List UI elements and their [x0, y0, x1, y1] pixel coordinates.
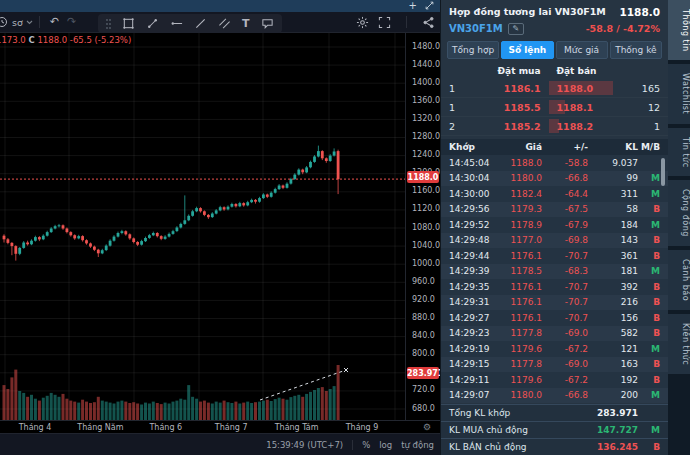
- orderbook-row[interactable]: 11186.11188.0165: [441, 79, 668, 98]
- trade-time: 14:29:27: [449, 313, 505, 323]
- trade-row[interactable]: 14:29:561179.3-67.558B: [441, 202, 668, 218]
- fullscreen-icon[interactable]: [378, 16, 391, 29]
- side-tab-thông-tin[interactable]: Thông tin: [668, 0, 690, 60]
- side-tab-watchlist[interactable]: Watchlist: [668, 64, 690, 123]
- ask-price[interactable]: 1188.2: [557, 121, 594, 132]
- trade-volume: 361: [588, 251, 638, 261]
- trade-change: -64.4: [542, 189, 588, 199]
- scrollbar-thumb[interactable]: [661, 158, 665, 186]
- trades-col-header: +/-: [542, 142, 588, 152]
- drag-handle[interactable]: [106, 19, 111, 29]
- undo-button[interactable]: ↶: [46, 16, 63, 28]
- price-axis-label: 1320.0: [412, 114, 440, 123]
- trade-volume: 192: [588, 375, 638, 385]
- trade-row[interactable]: 14:29:311176.1-70.7216B: [441, 295, 668, 311]
- trade-volume: 121: [588, 344, 638, 354]
- trade-change: -70.7: [542, 251, 588, 261]
- trade-time: 14:30:04: [449, 173, 505, 183]
- bid-qty: 1: [449, 102, 483, 113]
- line-tool-icon[interactable]: [194, 17, 207, 30]
- trade-row[interactable]: 14:29:111179.6-67.2192B: [441, 372, 668, 388]
- month-label: Tháng 6: [149, 423, 182, 432]
- bid-price[interactable]: 1185.5: [483, 102, 549, 113]
- axis-gear-icon[interactable]: ⚙: [423, 422, 431, 432]
- trade-row[interactable]: 14:30:001182.4-64.4311M: [441, 186, 668, 202]
- orderbook-row[interactable]: 21185.21188.21: [441, 117, 668, 136]
- trade-row[interactable]: 14:29:521178.9-67.9184M: [441, 217, 668, 233]
- trade-time: 14:29:35: [449, 282, 505, 292]
- orderbook-row[interactable]: 11185.51188.112: [441, 98, 668, 117]
- trade-row[interactable]: 14:29:071180.0-66.8200M: [441, 388, 668, 404]
- trade-row[interactable]: 14:45:041188.0-58.89.037: [441, 155, 668, 171]
- ask-qty: 12: [614, 102, 660, 113]
- ask-price[interactable]: 1188.1: [557, 102, 594, 113]
- ask-qty: 1: [614, 121, 660, 132]
- trade-row[interactable]: 14:30:041180.0-66.899M: [441, 171, 668, 187]
- log-scale-button[interactable]: log: [379, 440, 392, 450]
- trade-volume: 156: [588, 313, 638, 323]
- auto-scale-button[interactable]: tự động: [401, 440, 434, 450]
- trade-time: 14:29:31: [449, 297, 505, 307]
- selection-tool-icon[interactable]: [122, 17, 135, 30]
- chart-canvas[interactable]: 1173.0 C 1188.0 -65.5 (-5.23%): [0, 33, 405, 420]
- price-axis-label: 1160.0: [412, 186, 440, 195]
- side-tab-cảnh-báo[interactable]: Cảnh báo: [668, 250, 690, 310]
- trade-row[interactable]: 14:29:151177.8-69.0163B: [441, 357, 668, 373]
- orderbook-header: Đặt mua Đặt bán: [441, 63, 668, 79]
- side-tab-kiến-thức[interactable]: Kiến thức: [668, 314, 690, 374]
- trade-side: B: [638, 251, 660, 261]
- ask-price[interactable]: 1188.0: [557, 83, 594, 94]
- price-axis-label: 1000.0: [412, 259, 440, 268]
- trade-row[interactable]: 14:29:441176.1-70.7361B: [441, 248, 668, 264]
- bid-price[interactable]: 1186.1: [483, 83, 549, 94]
- trade-time: 14:29:48: [449, 235, 505, 245]
- time-axis[interactable]: ⚙ Tháng 4Tháng NămTháng 6Tháng 7Tháng Tá…: [0, 420, 440, 433]
- trades-col-header: M/B: [638, 142, 660, 152]
- trade-time: 14:29:07: [449, 390, 505, 400]
- text-tool-icon[interactable]: T: [242, 17, 250, 30]
- price-axis-label: 960.0: [412, 277, 435, 286]
- side-tab-tin-tức[interactable]: Tin tức: [668, 128, 690, 177]
- timezone-clock[interactable]: 15:39:49 (UTC+7): [266, 440, 343, 450]
- trade-volume: 582: [588, 328, 638, 338]
- trade-side: B: [638, 235, 660, 245]
- gear-icon[interactable]: [356, 16, 369, 29]
- price-axis-label: 1440.0: [412, 60, 440, 69]
- side-tab-cộng-đồng[interactable]: Cộng đồng: [668, 180, 690, 246]
- trade-row[interactable]: 14:29:271176.1-70.7156B: [441, 310, 668, 326]
- trendline-tool-icon[interactable]: [146, 17, 159, 30]
- callout-tool-icon[interactable]: [261, 17, 274, 30]
- trade-side: B: [638, 313, 660, 323]
- tab-tổng-hợp[interactable]: Tổng hợp: [447, 41, 499, 59]
- edit-symbol-button[interactable]: ✎: [508, 23, 524, 35]
- chevron-down-icon: [26, 20, 33, 25]
- trade-row[interactable]: 14:29:391178.5-68.3181M: [441, 264, 668, 280]
- trade-row[interactable]: 14:29:351176.1-70.7392B: [441, 279, 668, 295]
- trade-row[interactable]: 14:29:481177.0-69.8143B: [441, 233, 668, 249]
- trade-row[interactable]: 14:29:191179.6-67.2121M: [441, 341, 668, 357]
- tab-sổ-lệnh[interactable]: Sổ lệnh: [501, 41, 553, 59]
- trade-row[interactable]: 14:29:231177.8-69.0582B: [441, 326, 668, 342]
- interval-selector[interactable]: sơ: [0, 15, 33, 29]
- price-axis[interactable]: 1188.0 283.971K 1480.01440.01400.01360.0…: [405, 33, 440, 420]
- redo-button[interactable]: ↷: [63, 16, 80, 28]
- tab-mức-giá[interactable]: Mức giá: [556, 41, 608, 59]
- symbol-label[interactable]: VN30F1M: [449, 23, 503, 34]
- volume-summary: Tổng KL khớp283.971KL MUA chủ động147.72…: [441, 404, 668, 455]
- trade-time: 14:29:19: [449, 344, 505, 354]
- add-button[interactable]: +: [409, 1, 417, 11]
- bid-price[interactable]: 1185.2: [483, 121, 549, 132]
- parallel-channel-tool-icon[interactable]: [218, 17, 231, 30]
- trade-side: B: [638, 282, 660, 292]
- tab-thống-kê[interactable]: Thống kê: [610, 41, 662, 59]
- drawing-toolbar: T: [98, 14, 282, 33]
- trade-price: 1176.1: [505, 251, 542, 261]
- price-axis-label: 1360.0: [412, 96, 440, 105]
- expand-icon[interactable]: [425, 1, 434, 12]
- horizontal-ray-tool-icon[interactable]: [170, 17, 183, 30]
- percent-scale-button[interactable]: %: [362, 440, 370, 450]
- toolbar-right-group: [356, 16, 440, 29]
- price-axis-label: 720.0: [412, 385, 435, 394]
- share-icon[interactable]: [422, 16, 435, 29]
- trade-volume: 181: [588, 266, 638, 276]
